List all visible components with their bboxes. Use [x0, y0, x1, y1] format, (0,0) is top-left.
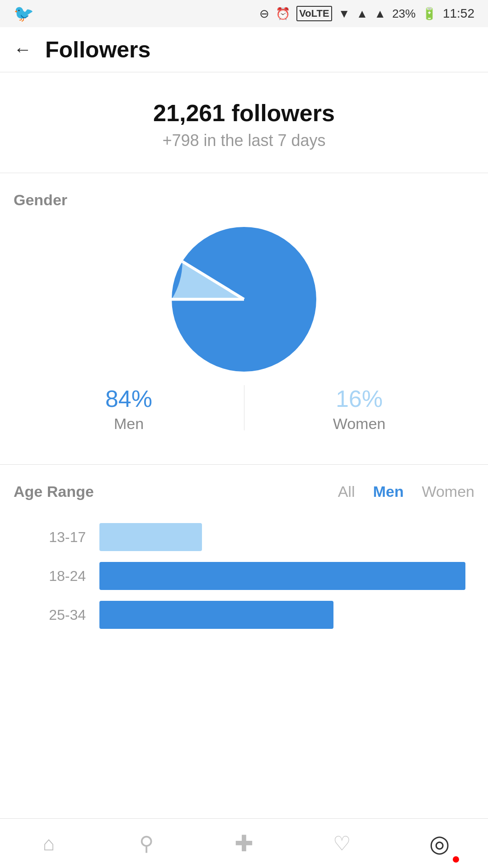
- minus-circle-icon: ⊖: [259, 7, 269, 21]
- filter-all[interactable]: All: [338, 483, 355, 500]
- bar-label-25-34: 25-34: [23, 607, 86, 623]
- bar-track-18-24: [99, 562, 465, 590]
- bar-fill-25-34: [99, 601, 333, 629]
- age-range-title: Age Range: [14, 483, 94, 500]
- women-legend: 16% Women: [244, 385, 474, 433]
- summary-section: 21,261 followers +798 in the last 7 days: [0, 72, 488, 173]
- age-range-header: Age Range All Men Women: [14, 483, 474, 500]
- volte-icon: VoLTE: [296, 6, 332, 21]
- battery-percent: 23%: [392, 7, 416, 21]
- pie-chart: [172, 227, 316, 372]
- header: ← Followers: [0, 27, 488, 72]
- status-bar-right: ⊖ ⏰ VoLTE ▼ ▲ ▲ 23% 🔋 11:52: [259, 6, 474, 21]
- status-time: 11:52: [443, 6, 474, 21]
- age-range-section: Age Range All Men Women 13-17 18-24 25-3…: [0, 465, 488, 653]
- heart-icon: ♡: [333, 832, 351, 855]
- signal1-icon: ▲: [356, 7, 368, 21]
- men-percent: 84%: [32, 385, 226, 412]
- profile-icon: ◎: [429, 830, 450, 857]
- bar-track-13-17: [99, 523, 465, 551]
- gender-section: Gender 84% Men 16%: [0, 173, 488, 465]
- search-icon: ⚲: [139, 832, 154, 855]
- wifi-icon: ▼: [338, 7, 350, 21]
- bar-fill-18-24: [99, 562, 465, 590]
- nav-home[interactable]: ⌂: [26, 821, 71, 866]
- men-legend: 84% Men: [14, 385, 244, 433]
- page-title: Followers: [45, 37, 150, 63]
- filter-men[interactable]: Men: [373, 483, 404, 500]
- nav-search[interactable]: ⚲: [124, 821, 169, 866]
- bar-row-18-24: 18-24: [23, 562, 465, 590]
- followers-count: 21,261 followers: [14, 99, 474, 127]
- home-icon: ⌂: [43, 832, 55, 855]
- filter-women[interactable]: Women: [422, 483, 474, 500]
- men-label: Men: [32, 415, 226, 433]
- legend-divider: [244, 385, 244, 430]
- age-filter-group: All Men Women: [338, 483, 474, 500]
- bar-row-25-34: 25-34: [23, 601, 465, 629]
- nav-add[interactable]: ✚: [221, 821, 267, 866]
- alarm-icon: ⏰: [276, 7, 290, 21]
- bottom-nav: ⌂ ⚲ ✚ ♡ ◎: [0, 818, 488, 868]
- twitter-bird-icon: 🐦: [14, 4, 34, 23]
- bar-label-13-17: 13-17: [23, 529, 86, 546]
- gender-section-title: Gender: [14, 191, 474, 209]
- back-button[interactable]: ←: [14, 39, 32, 60]
- bar-fill-13-17: [99, 523, 202, 551]
- nav-profile[interactable]: ◎: [417, 821, 462, 866]
- battery-icon: 🔋: [422, 7, 436, 21]
- pie-chart-container: 84% Men 16% Women: [14, 227, 474, 433]
- pie-legend: 84% Men 16% Women: [14, 385, 474, 433]
- signal2-icon: ▲: [374, 7, 386, 21]
- nav-heart[interactable]: ♡: [319, 821, 364, 866]
- status-bar: 🐦 ⊖ ⏰ VoLTE ▼ ▲ ▲ 23% 🔋 11:52: [0, 0, 488, 27]
- add-icon: ✚: [235, 830, 253, 857]
- bar-label-18-24: 18-24: [23, 568, 86, 585]
- status-bar-left: 🐦: [14, 4, 34, 23]
- women-percent: 16%: [262, 385, 456, 412]
- followers-change: +798 in the last 7 days: [14, 131, 474, 150]
- women-label: Women: [262, 415, 456, 433]
- bar-chart: 13-17 18-24 25-34: [14, 523, 474, 629]
- nav-notification-dot: [453, 856, 459, 863]
- bar-row-13-17: 13-17: [23, 523, 465, 551]
- bar-track-25-34: [99, 601, 465, 629]
